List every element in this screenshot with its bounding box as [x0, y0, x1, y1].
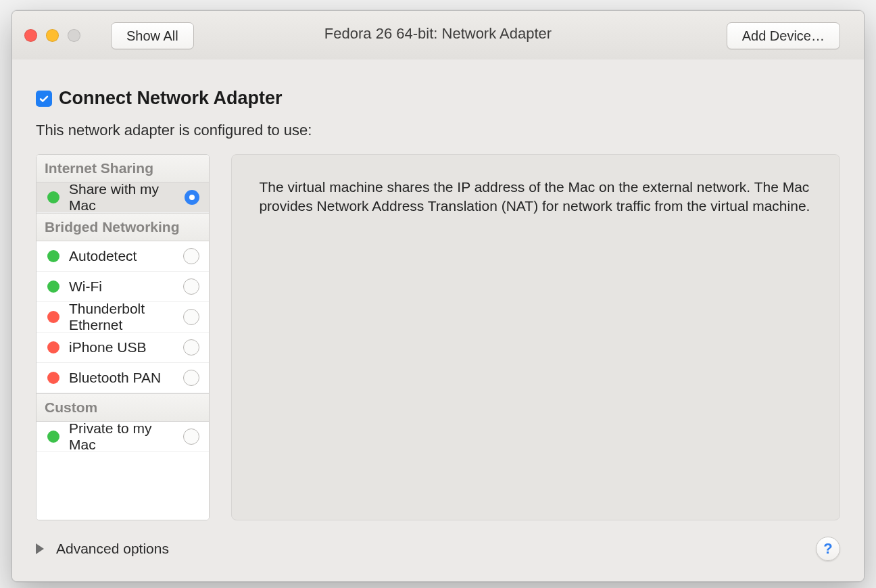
adapter-label: iPhone USB — [69, 339, 174, 356]
adapter-list: Internet Sharing Share with my Mac Bridg… — [36, 154, 210, 520]
description-text: The virtual machine shares the IP addres… — [259, 179, 810, 214]
advanced-options-toggle[interactable]: Advanced options — [36, 541, 169, 557]
adapter-radio[interactable] — [183, 278, 199, 295]
status-dot-icon — [47, 372, 59, 384]
advanced-options-label: Advanced options — [56, 541, 169, 557]
adapter-row-private-to-my-mac[interactable]: Private to my Mac — [36, 422, 209, 452]
disclosure-triangle-icon — [36, 543, 44, 554]
adapter-row-bluetooth-pan[interactable]: Bluetooth PAN — [36, 363, 209, 393]
list-empty-space — [36, 452, 209, 520]
status-dot-icon — [47, 250, 59, 262]
adapter-row-iphone-usb[interactable]: iPhone USB — [36, 333, 209, 363]
connect-adapter-checkbox[interactable] — [36, 91, 52, 107]
status-dot-icon — [47, 311, 59, 323]
adapter-row-autodetect[interactable]: Autodetect — [36, 241, 209, 272]
status-dot-icon — [47, 280, 59, 293]
adapter-label: Bluetooth PAN — [69, 370, 174, 386]
panel-body: Connect Network Adapter This network ada… — [12, 59, 864, 581]
adapter-radio[interactable] — [183, 248, 199, 264]
close-icon[interactable] — [24, 29, 37, 42]
checkmark-icon — [39, 93, 49, 104]
add-device-button[interactable]: Add Device… — [727, 22, 840, 49]
columns: Internet Sharing Share with my Mac Bridg… — [36, 154, 840, 520]
adapter-label: Autodetect — [69, 248, 174, 264]
help-button[interactable]: ? — [816, 537, 840, 561]
status-dot-icon — [47, 431, 59, 443]
minimize-icon[interactable] — [46, 29, 59, 42]
adapter-radio[interactable] — [183, 370, 199, 386]
zoom-icon — [68, 29, 80, 42]
adapter-row-share-with-my-mac[interactable]: Share with my Mac — [36, 182, 209, 213]
footer: Advanced options ? — [36, 537, 840, 561]
show-all-button[interactable]: Show All — [111, 22, 194, 49]
status-dot-icon — [47, 191, 59, 203]
adapter-radio[interactable] — [183, 339, 199, 356]
adapter-radio[interactable] — [185, 190, 199, 205]
section-header-bridged-networking: Bridged Networking — [36, 213, 209, 241]
adapter-row-wifi[interactable]: Wi-Fi — [36, 272, 209, 302]
adapter-label: Thunderbolt Ethernet — [69, 301, 174, 333]
section-header-custom: Custom — [36, 393, 209, 422]
adapter-label: Wi-Fi — [69, 278, 174, 295]
adapter-row-thunderbolt-ethernet[interactable]: Thunderbolt Ethernet — [36, 302, 209, 333]
adapter-radio[interactable] — [183, 309, 199, 325]
connect-adapter-label: Connect Network Adapter — [59, 88, 283, 109]
section-header-internet-sharing: Internet Sharing — [36, 155, 209, 182]
configured-to-use-label: This network adapter is configured to us… — [36, 122, 312, 139]
traffic-lights — [24, 29, 80, 42]
adapter-radio[interactable] — [183, 428, 199, 445]
titlebar: Show All Fedora 26 64-bit: Network Adapt… — [12, 11, 864, 60]
adapter-label: Private to my Mac — [69, 420, 174, 453]
status-dot-icon — [47, 341, 59, 353]
adapter-label: Share with my Mac — [69, 181, 175, 214]
connect-adapter-row[interactable]: Connect Network Adapter — [36, 88, 283, 109]
settings-window: Show All Fedora 26 64-bit: Network Adapt… — [11, 10, 865, 582]
description-panel: The virtual machine shares the IP addres… — [231, 154, 840, 520]
